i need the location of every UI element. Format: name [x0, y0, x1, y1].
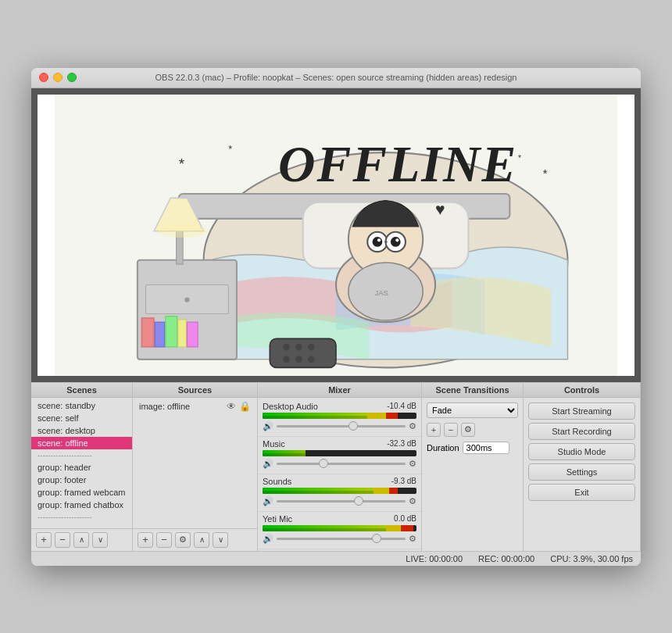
sources-list: image: offline 👁 🔒	[133, 398, 257, 528]
mixer-volume-music[interactable]	[277, 463, 406, 465]
transitions-content: Fade Cut Swipe Slide + − ⚙ Duration	[422, 398, 523, 459]
mixer-panel: Mixer Desktop Audio -10.4 dB 🔊	[258, 383, 422, 551]
scene-item-offline[interactable]: scene: offline	[31, 437, 132, 449]
mixer-track-music-header: Music -32.3 dB	[263, 439, 416, 449]
transition-gear-button[interactable]: ⚙	[461, 423, 475, 437]
transitions-panel: Scene Transitions Fade Cut Swipe Slide +…	[422, 383, 524, 551]
scene-item-self[interactable]: scene: self	[31, 412, 132, 424]
eye-icon[interactable]: 👁	[227, 401, 236, 412]
scene-item-header[interactable]: group: header	[31, 461, 132, 474]
mixer-track-sounds-db: -9.3 dB	[391, 477, 416, 485]
svg-point-31	[283, 356, 289, 362]
mixer-track-sounds: Sounds -9.3 dB 🔊 ⚙	[258, 474, 421, 512]
status-rec: REC: 00:00:00	[478, 554, 534, 563]
mixer-slider-sounds-row: 🔊 ⚙	[263, 496, 416, 506]
mixer-speaker-yeti[interactable]: 🔊	[263, 534, 273, 544]
mixer-gear-desktop[interactable]: ⚙	[409, 421, 416, 431]
status-live: LIVE: 00:00:00	[406, 554, 463, 563]
start-streaming-button[interactable]: Start Streaming	[528, 402, 635, 420]
svg-point-33	[308, 356, 314, 362]
studio-mode-button[interactable]: Studio Mode	[528, 443, 635, 460]
status-bar: LIVE: 00:00:00 REC: 00:00:00 CPU: 3.9%, …	[31, 551, 641, 566]
mixer-volume-sounds[interactable]	[277, 500, 406, 502]
sources-down-button[interactable]: ∨	[213, 532, 228, 548]
mixer-speaker-music[interactable]: 🔊	[263, 459, 273, 469]
mixer-speaker-desktop[interactable]: 🔊	[263, 421, 273, 431]
controls-panel: Controls Start Streaming Start Recording…	[524, 383, 641, 551]
mixer-track-sounds-header: Sounds -9.3 dB	[263, 477, 416, 486]
svg-point-19	[158, 224, 208, 238]
mixer-gear-yeti[interactable]: ⚙	[409, 534, 416, 544]
mixer-speaker-sounds[interactable]: 🔊	[263, 496, 273, 506]
scene-item-chatbox[interactable]: group: framed chatbox	[31, 499, 132, 511]
main-window: OBS 22.0.3 (mac) – Profile: noopkat – Sc…	[31, 68, 641, 566]
svg-text:♥: ♥	[435, 199, 445, 217]
scene-item-webcam[interactable]: group: framed webcam	[31, 486, 132, 499]
svg-text:*: *	[228, 144, 232, 155]
preview-canvas: ♥ JAS	[38, 95, 634, 376]
exit-button[interactable]: Exit	[528, 484, 635, 501]
lock-icon[interactable]: 🔒	[239, 401, 251, 412]
svg-rect-27	[270, 338, 336, 367]
svg-rect-22	[166, 316, 177, 346]
sources-add-button[interactable]: +	[138, 532, 153, 548]
svg-rect-20	[141, 317, 154, 346]
mixer-volume-yeti[interactable]	[277, 538, 406, 540]
svg-point-26	[184, 297, 189, 302]
mixer-track-music-name: Music	[263, 439, 285, 449]
mixer-track-yeti: Yeti Mic 0.0 dB 🔊 ⚙	[258, 512, 421, 549]
close-button[interactable]	[39, 73, 48, 82]
sources-up-button[interactable]: ∧	[194, 532, 209, 548]
svg-point-11	[377, 238, 381, 241]
scenes-footer: + − ∧ ∨	[31, 528, 132, 551]
source-item-offline[interactable]: image: offline 👁 🔒	[133, 399, 257, 413]
scenes-add-button[interactable]: +	[36, 532, 52, 548]
scenes-down-button[interactable]: ∨	[92, 532, 108, 548]
svg-text:*: *	[179, 156, 185, 172]
mixer-content: Desktop Audio -10.4 dB 🔊 ⚙	[258, 398, 421, 551]
minimize-button[interactable]	[53, 73, 63, 82]
scenes-list: scene: standby scene: self scene: deskto…	[31, 398, 132, 528]
mixer-meter-sounds	[263, 488, 416, 494]
scenes-up-button[interactable]: ∧	[73, 532, 89, 548]
svg-point-29	[295, 343, 302, 349]
mixer-meter-music	[263, 450, 416, 456]
mixer-gear-sounds[interactable]: ⚙	[409, 496, 416, 506]
svg-rect-23	[178, 320, 187, 347]
mixer-gear-music[interactable]: ⚙	[409, 459, 416, 469]
mixer-track-yeti-name: Yeti Mic	[263, 514, 292, 524]
transition-remove-button[interactable]: −	[444, 423, 458, 437]
scenes-remove-button[interactable]: −	[55, 532, 70, 548]
svg-point-9	[373, 237, 383, 247]
mixer-meter-desktop	[263, 413, 416, 419]
mixer-slider-music-row: 🔊 ⚙	[263, 459, 416, 469]
settings-button[interactable]: Settings	[528, 463, 635, 481]
controls-header: Controls	[524, 383, 640, 398]
mixer-volume-desktop[interactable]	[277, 425, 406, 427]
svg-rect-21	[155, 322, 165, 347]
scene-item-desktop[interactable]: scene: desktop	[31, 424, 132, 437]
maximize-button[interactable]	[67, 73, 77, 82]
status-cpu: CPU: 3.9%, 30.00 fps	[550, 554, 633, 563]
mixer-slider-desktop-row: 🔊 ⚙	[263, 421, 416, 431]
panels-row: Scenes scene: standby scene: self scene:…	[31, 382, 641, 551]
svg-text:*: *	[543, 166, 548, 179]
mixer-meter-yeti	[263, 525, 416, 531]
scenes-separator-1: ---------------------	[31, 449, 132, 461]
duration-input[interactable]	[463, 442, 509, 454]
transition-select[interactable]: Fade Cut Swipe Slide	[427, 402, 518, 418]
mixer-track-desktop-name: Desktop Audio	[263, 402, 318, 411]
mixer-track-sounds-name: Sounds	[263, 477, 291, 486]
svg-point-10	[391, 237, 401, 247]
scene-item-footer[interactable]: group: footer	[31, 474, 132, 486]
scenes-panel: Scenes scene: standby scene: self scene:…	[31, 383, 133, 551]
sources-header: Sources	[133, 383, 257, 398]
start-recording-button[interactable]: Start Recording	[528, 423, 635, 440]
svg-rect-24	[187, 322, 198, 347]
transition-add-button[interactable]: +	[427, 423, 441, 437]
sources-remove-button[interactable]: −	[156, 532, 172, 548]
svg-point-30	[308, 343, 314, 349]
scene-item-standby[interactable]: scene: standby	[31, 399, 132, 412]
sources-gear-button[interactable]: ⚙	[175, 532, 191, 548]
sources-footer: + − ⚙ ∧ ∨	[133, 528, 257, 551]
